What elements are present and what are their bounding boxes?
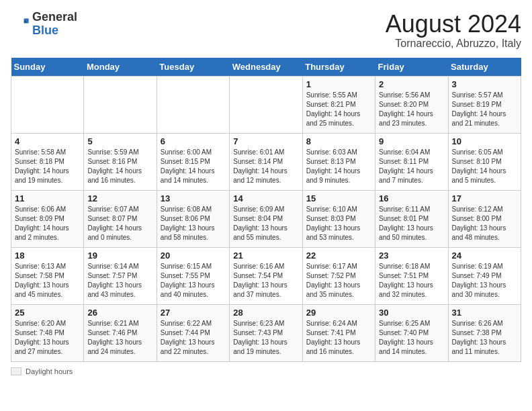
calendar-cell: 17Sunrise: 6:12 AMSunset: 8:00 PMDayligh… — [448, 190, 521, 247]
day-number: 12 — [87, 193, 152, 203]
day-info: Sunrise: 6:15 AMSunset: 7:55 PMDaylight:… — [161, 262, 226, 300]
day-number: 29 — [306, 308, 371, 318]
day-info: Sunrise: 6:04 AMSunset: 8:11 PMDaylight:… — [379, 148, 444, 185]
day-number: 9 — [379, 136, 444, 146]
day-header-wednesday: Wednesday — [230, 58, 302, 77]
week-row-5: 25Sunrise: 6:20 AMSunset: 7:48 PMDayligh… — [11, 304, 521, 361]
day-header-monday: Monday — [84, 58, 157, 77]
calendar-cell: 20Sunrise: 6:15 AMSunset: 7:55 PMDayligh… — [157, 247, 229, 304]
day-info: Sunrise: 6:17 AMSunset: 7:52 PMDaylight:… — [306, 262, 371, 300]
day-number: 20 — [161, 250, 226, 261]
day-number: 31 — [452, 308, 517, 318]
calendar-cell — [11, 76, 84, 133]
calendar-cell: 21Sunrise: 6:16 AMSunset: 7:54 PMDayligh… — [230, 247, 302, 304]
day-number: 27 — [161, 308, 226, 318]
day-number: 7 — [233, 136, 298, 146]
calendar-cell: 31Sunrise: 6:26 AMSunset: 7:38 PMDayligh… — [448, 304, 521, 361]
day-number: 10 — [452, 136, 517, 146]
day-header-friday: Friday — [375, 58, 448, 77]
day-info: Sunrise: 5:57 AMSunset: 8:19 PMDaylight:… — [452, 91, 517, 128]
day-number: 19 — [87, 250, 152, 261]
day-number: 1 — [306, 79, 371, 89]
day-number: 22 — [306, 250, 371, 261]
day-number: 4 — [15, 136, 80, 146]
day-number: 15 — [306, 193, 371, 203]
calendar-cell: 22Sunrise: 6:17 AMSunset: 7:52 PMDayligh… — [302, 247, 375, 304]
day-number: 14 — [233, 193, 298, 203]
day-number: 8 — [306, 136, 371, 146]
day-header-tuesday: Tuesday — [157, 58, 229, 77]
day-info: Sunrise: 6:01 AMSunset: 8:14 PMDaylight:… — [233, 148, 298, 185]
calendar-cell: 13Sunrise: 6:08 AMSunset: 8:06 PMDayligh… — [157, 190, 229, 247]
day-header-thursday: Thursday — [302, 58, 375, 77]
day-info: Sunrise: 6:25 AMSunset: 7:40 PMDaylight:… — [379, 319, 444, 357]
calendar-cell: 26Sunrise: 6:21 AMSunset: 7:46 PMDayligh… — [84, 304, 157, 361]
day-number: 2 — [379, 79, 444, 89]
day-number: 13 — [161, 193, 226, 203]
calendar-cell: 19Sunrise: 6:14 AMSunset: 7:57 PMDayligh… — [84, 247, 157, 304]
day-header-sunday: Sunday — [11, 58, 84, 77]
day-info: Sunrise: 6:08 AMSunset: 8:06 PMDaylight:… — [161, 205, 226, 242]
day-number: 30 — [379, 308, 444, 318]
day-info: Sunrise: 6:12 AMSunset: 8:00 PMDaylight:… — [452, 205, 517, 242]
day-info: Sunrise: 6:03 AMSunset: 8:13 PMDaylight:… — [306, 148, 371, 185]
day-info: Sunrise: 6:00 AMSunset: 8:15 PMDaylight:… — [161, 148, 226, 185]
page-header: General Blue August 2024 Tornareccio, Ab… — [11, 11, 521, 50]
calendar-cell: 24Sunrise: 6:19 AMSunset: 7:49 PMDayligh… — [448, 247, 521, 304]
calendar-cell: 14Sunrise: 6:09 AMSunset: 8:04 PMDayligh… — [230, 190, 302, 247]
day-number: 21 — [233, 250, 298, 261]
calendar-cell: 27Sunrise: 6:22 AMSunset: 7:44 PMDayligh… — [157, 304, 229, 361]
day-number: 28 — [233, 308, 298, 318]
day-number: 24 — [452, 250, 517, 261]
calendar-cell: 4Sunrise: 5:58 AMSunset: 8:18 PMDaylight… — [11, 133, 84, 190]
day-info: Sunrise: 6:10 AMSunset: 8:03 PMDaylight:… — [306, 205, 371, 242]
day-info: Sunrise: 6:21 AMSunset: 7:46 PMDaylight:… — [87, 319, 152, 357]
day-info: Sunrise: 6:13 AMSunset: 7:58 PMDaylight:… — [15, 262, 80, 300]
week-row-2: 4Sunrise: 5:58 AMSunset: 8:18 PMDaylight… — [11, 133, 521, 190]
calendar-cell: 16Sunrise: 6:11 AMSunset: 8:01 PMDayligh… — [375, 190, 448, 247]
calendar-cell: 23Sunrise: 6:18 AMSunset: 7:51 PMDayligh… — [375, 247, 448, 304]
calendar-cell — [84, 76, 157, 133]
calendar-cell: 12Sunrise: 6:07 AMSunset: 8:07 PMDayligh… — [84, 190, 157, 247]
day-info: Sunrise: 6:06 AMSunset: 8:09 PMDaylight:… — [15, 205, 80, 242]
calendar-cell — [230, 76, 302, 133]
day-number: 23 — [379, 250, 444, 261]
day-header-saturday: Saturday — [448, 58, 521, 77]
header-row: SundayMondayTuesdayWednesdayThursdayFrid… — [11, 58, 521, 77]
calendar-cell: 5Sunrise: 5:59 AMSunset: 8:16 PMDaylight… — [84, 133, 157, 190]
daylight-box — [11, 367, 21, 375]
day-info: Sunrise: 6:18 AMSunset: 7:51 PMDaylight:… — [379, 262, 444, 300]
calendar-cell: 28Sunrise: 6:23 AMSunset: 7:43 PMDayligh… — [230, 304, 302, 361]
calendar-cell: 15Sunrise: 6:10 AMSunset: 8:03 PMDayligh… — [302, 190, 375, 247]
logo: General Blue — [11, 11, 77, 38]
logo-general: General — [32, 10, 77, 24]
day-info: Sunrise: 6:09 AMSunset: 8:04 PMDaylight:… — [233, 205, 298, 242]
day-info: Sunrise: 6:16 AMSunset: 7:54 PMDaylight:… — [233, 262, 298, 300]
calendar-cell: 18Sunrise: 6:13 AMSunset: 7:58 PMDayligh… — [11, 247, 84, 304]
day-info: Sunrise: 6:20 AMSunset: 7:48 PMDaylight:… — [15, 319, 80, 357]
day-info: Sunrise: 6:23 AMSunset: 7:43 PMDaylight:… — [233, 319, 298, 357]
calendar-cell: 30Sunrise: 6:25 AMSunset: 7:40 PMDayligh… — [375, 304, 448, 361]
calendar-cell: 2Sunrise: 5:56 AMSunset: 8:20 PMDaylight… — [375, 76, 448, 133]
day-info: Sunrise: 6:19 AMSunset: 7:49 PMDaylight:… — [452, 262, 517, 300]
day-info: Sunrise: 5:56 AMSunset: 8:20 PMDaylight:… — [379, 91, 444, 128]
day-number: 26 — [87, 308, 152, 318]
calendar-cell: 6Sunrise: 6:00 AMSunset: 8:15 PMDaylight… — [157, 133, 229, 190]
day-number: 25 — [15, 308, 80, 318]
day-info: Sunrise: 6:05 AMSunset: 8:10 PMDaylight:… — [452, 148, 517, 185]
month-year: August 2024 — [386, 11, 521, 38]
location: Tornareccio, Abruzzo, Italy — [386, 38, 521, 50]
day-info: Sunrise: 5:58 AMSunset: 8:18 PMDaylight:… — [15, 148, 80, 185]
day-number: 6 — [161, 136, 226, 146]
day-info: Sunrise: 6:26 AMSunset: 7:38 PMDaylight:… — [452, 319, 517, 357]
calendar-cell: 9Sunrise: 6:04 AMSunset: 8:11 PMDaylight… — [375, 133, 448, 190]
logo-blue: Blue — [32, 24, 58, 37]
title-block: August 2024 Tornareccio, Abruzzo, Italy — [386, 11, 521, 50]
week-row-1: 1Sunrise: 5:55 AMSunset: 8:21 PMDaylight… — [11, 76, 521, 133]
calendar-cell: 11Sunrise: 6:06 AMSunset: 8:09 PMDayligh… — [11, 190, 84, 247]
day-info: Sunrise: 6:14 AMSunset: 7:57 PMDaylight:… — [87, 262, 152, 300]
day-number: 5 — [87, 136, 152, 146]
footer: Daylight hours — [11, 367, 521, 375]
calendar-cell — [157, 76, 229, 133]
day-info: Sunrise: 6:11 AMSunset: 8:01 PMDaylight:… — [379, 205, 444, 242]
